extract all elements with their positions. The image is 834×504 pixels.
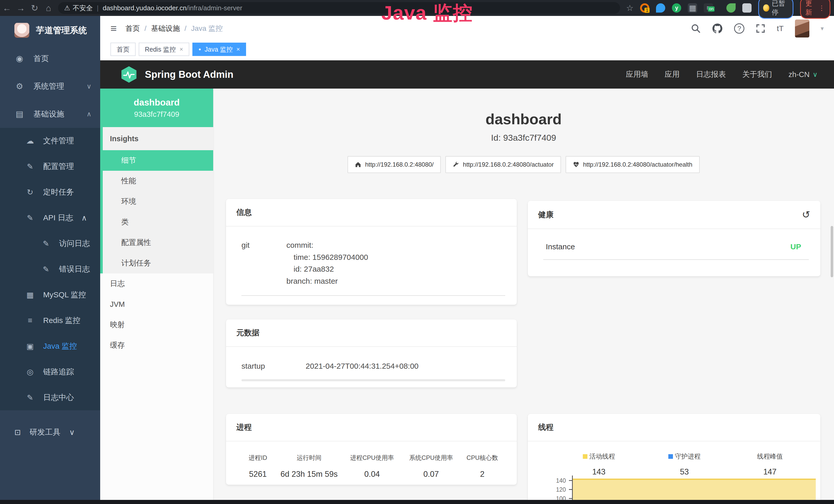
- git-time-line: time: 1596289704000: [286, 251, 368, 264]
- row-divider: [543, 259, 809, 260]
- history-icon[interactable]: ↺: [802, 209, 810, 220]
- cpu-core-count: 2: [461, 469, 504, 479]
- browser-back-icon[interactable]: ←: [0, 3, 14, 13]
- browser-menu-icon[interactable]: ⋮: [818, 4, 825, 12]
- annotation-java-monitor: Java 监控: [381, 0, 473, 26]
- sba-item-jvm[interactable]: JVM: [100, 294, 213, 315]
- sba-item-details[interactable]: 细节: [103, 150, 213, 171]
- sidebar-item-home[interactable]: ◉ 首页: [0, 45, 100, 72]
- tab-home[interactable]: 首页: [110, 43, 136, 56]
- sidebar-item-scheduled-jobs[interactable]: ↻ 定时任务: [0, 179, 100, 205]
- health-url: http://192.168.0.2:48080/actuator/health: [583, 161, 693, 168]
- update-label: 更新: [806, 0, 815, 17]
- sba-nav-journal[interactable]: 日志报表: [696, 69, 726, 79]
- app-logo-row[interactable]: 芋道管理系统: [0, 16, 100, 45]
- sidebar-item-label: 链路追踪: [43, 367, 74, 377]
- sba-brand-title[interactable]: Spring Boot Admin: [145, 69, 234, 80]
- sidebar-item-redis-monitor[interactable]: ≡ Redis 监控: [0, 307, 100, 333]
- update-browser-button[interactable]: 更新 ⋮: [800, 0, 830, 19]
- row-divider: [241, 379, 505, 381]
- profile-paused-chip[interactable]: 已暂停: [758, 0, 793, 19]
- scrollbar-thumb[interactable]: [831, 226, 833, 277]
- sba-item-environment[interactable]: 环境: [103, 191, 213, 212]
- sba-item-mappings[interactable]: 映射: [100, 315, 213, 335]
- log-edit-icon: ✎: [25, 213, 35, 222]
- breadcrumb: 首页 / 基础设施 / Java 监控: [126, 24, 223, 33]
- service-url-button[interactable]: http://192.168.0.2:48080/: [348, 156, 441, 173]
- sidebar-item-label: 基础设施: [34, 109, 78, 119]
- font-size-icon[interactable]: tT: [777, 24, 784, 33]
- browser-reload-icon[interactable]: ↻: [28, 3, 42, 13]
- sba-item-metrics[interactable]: 性能: [103, 171, 213, 191]
- sba-nav-wallboard[interactable]: 应用墙: [626, 69, 648, 79]
- browser-forward-icon[interactable]: →: [14, 3, 28, 13]
- user-avatar[interactable]: [795, 20, 809, 38]
- sidebar-item-log-center[interactable]: ✎ 日志中心: [0, 385, 100, 410]
- sba-item-logs[interactable]: 日志: [100, 273, 213, 294]
- git-info-row: git commit: time: 1596289704000 id: 27aa…: [226, 226, 517, 287]
- threads-card-header: 线程: [528, 414, 820, 441]
- tab-redis-monitor[interactable]: Redis 监控 ×: [139, 43, 189, 56]
- metadata-card: 元数据 startup 2021-04-27T00:44:31.254+08:0…: [226, 319, 517, 387]
- y-axis-tick: 140: [528, 477, 566, 484]
- sidebar-item-mysql-monitor[interactable]: ▦ MySQL 监控: [0, 282, 100, 307]
- page-title: dashboard: [213, 110, 834, 128]
- extension-on-badge: on: [708, 6, 715, 12]
- info-value: commit: time: 1596289704000 id: 27aa832 …: [286, 239, 368, 287]
- metadata-card-header: 元数据: [226, 319, 517, 347]
- tab-java-monitor[interactable]: ● Java 监控 ×: [192, 43, 246, 56]
- sidebar-item-system-mgmt[interactable]: ⚙ 系统管理 ∨: [0, 72, 100, 100]
- sidebar-item-dev-tools[interactable]: ⊡ 研发工具 ∨: [0, 410, 100, 449]
- extension-orange-icon[interactable]: 1: [640, 3, 649, 13]
- fullscreen-icon[interactable]: [756, 24, 765, 33]
- service-url: http://192.168.0.2:48080/: [365, 161, 434, 168]
- sidebar-item-config-mgmt[interactable]: ✎ 配置管理: [0, 154, 100, 179]
- search-icon[interactable]: [691, 24, 701, 33]
- address-bar[interactable]: ⚠ 不安全 | dashboard.yudao.iocoder.cn /infr…: [58, 2, 620, 14]
- sba-nav-about[interactable]: 关于我们: [742, 69, 772, 79]
- breadcrumb-separator: /: [184, 24, 186, 32]
- sba-item-config-props[interactable]: 配置属性: [103, 232, 213, 253]
- sidebar-item-tracing[interactable]: ◎ 链路追踪: [0, 359, 100, 385]
- extension-green-icon[interactable]: y: [672, 3, 681, 13]
- bookmark-star-icon[interactable]: ☆: [626, 3, 634, 13]
- threads-card: 线程 活动线程 守护进程 线程峰值 143 53 147 140 120 100: [528, 414, 820, 504]
- sba-item-classes[interactable]: 类: [103, 212, 213, 232]
- extension-pin-icon[interactable]: [656, 3, 665, 13]
- sidebar-item-file-mgmt[interactable]: ☁ 文件管理: [0, 128, 100, 154]
- collapse-sidebar-icon[interactable]: ≡: [110, 22, 117, 35]
- card-title: 健康: [538, 209, 553, 220]
- breadcrumb-infra[interactable]: 基础设施: [151, 24, 180, 33]
- sidebar-item-access-logs[interactable]: ✎ 访问日志: [0, 231, 100, 256]
- sidebar-item-label: 错误日志: [59, 264, 90, 274]
- github-icon[interactable]: [712, 23, 723, 34]
- actuator-url-button[interactable]: http://192.168.0.2:48080/actuator: [445, 156, 561, 173]
- not-secure-label[interactable]: 不安全: [73, 4, 93, 13]
- sba-item-caches[interactable]: 缓存: [100, 335, 213, 356]
- extensions-puzzle-icon[interactable]: [742, 3, 751, 13]
- sidebar-item-infrastructure[interactable]: ▤ 基础设施 ∧: [0, 100, 100, 128]
- close-icon[interactable]: ×: [179, 46, 183, 53]
- sidebar-item-api-logs[interactable]: ✎ API 日志 ∧: [0, 205, 100, 231]
- close-icon[interactable]: ×: [236, 46, 240, 53]
- sidebar-item-error-logs[interactable]: ✎ 错误日志: [0, 256, 100, 282]
- help-icon[interactable]: ?: [734, 23, 744, 33]
- health-instance-row[interactable]: Instance UP: [528, 229, 820, 251]
- git-branch-line: branch: master: [286, 275, 368, 287]
- extension-grid-icon[interactable]: ▦: [688, 3, 697, 13]
- y-axis-tick: 120: [528, 486, 566, 493]
- instance-header[interactable]: dashboard 93a3fc7f7409: [100, 89, 213, 127]
- sidebar-item-label: 系统管理: [34, 81, 78, 92]
- health-card-header: 健康 ↺: [528, 201, 820, 229]
- sba-nav-applications[interactable]: 应用: [665, 69, 680, 79]
- browser-home-icon[interactable]: ⌂: [42, 3, 56, 13]
- extension-leaf-icon[interactable]: [726, 3, 736, 13]
- sidebar-item-java-monitor[interactable]: ▣ Java 监控: [0, 333, 100, 359]
- process-cpu-usage: 0.04: [343, 469, 402, 479]
- sba-item-scheduled-tasks[interactable]: 计划任务: [103, 253, 213, 273]
- health-url-button[interactable]: http://192.168.0.2:48080/actuator/health: [566, 156, 700, 173]
- avatar-caret-icon[interactable]: ▾: [821, 25, 824, 32]
- language-select[interactable]: zh-CN ∨: [789, 70, 817, 79]
- breadcrumb-home[interactable]: 首页: [126, 24, 140, 33]
- health-card: 健康 ↺ Instance UP: [528, 201, 820, 276]
